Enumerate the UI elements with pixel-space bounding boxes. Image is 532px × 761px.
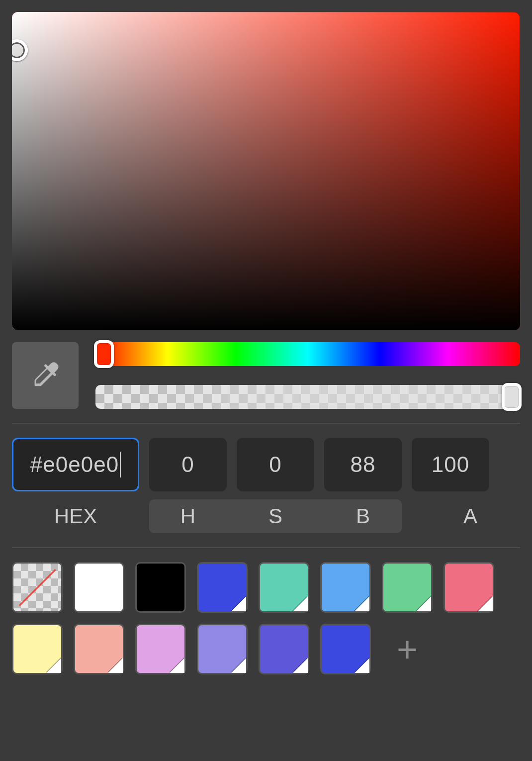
swatch-properties-icon xyxy=(46,658,61,673)
a-input-value: 100 xyxy=(432,452,469,477)
swatch-properties-icon xyxy=(355,658,369,673)
hex-label: HEX xyxy=(12,499,139,533)
a-input[interactable]: 100 xyxy=(412,438,489,491)
swatch-royal[interactable] xyxy=(320,624,371,674)
b-input-value: 88 xyxy=(351,452,376,477)
swatch-teal[interactable] xyxy=(259,562,309,613)
hue-slider[interactable] xyxy=(95,342,520,366)
swatch-sky[interactable] xyxy=(320,562,371,613)
b-label: B xyxy=(324,499,402,533)
swatch-properties-icon xyxy=(231,596,246,611)
text-caret xyxy=(120,452,121,477)
plus-icon: + xyxy=(397,631,418,667)
swatch-properties-icon xyxy=(108,658,123,673)
swatch-mauve[interactable] xyxy=(135,624,186,674)
h-input[interactable]: 0 xyxy=(149,438,227,491)
s-input[interactable]: 0 xyxy=(237,438,314,491)
swatch-lavender[interactable] xyxy=(197,624,248,674)
add-swatch-button[interactable]: + xyxy=(382,624,433,674)
s-label: S xyxy=(237,499,314,533)
saturation-brightness-field[interactable] xyxy=(12,12,520,330)
swatch-blue[interactable] xyxy=(197,562,248,613)
swatch-properties-icon xyxy=(293,596,308,611)
alpha-slider[interactable] xyxy=(95,385,520,409)
swatch-pink[interactable] xyxy=(443,562,494,613)
eyedropper-icon xyxy=(30,359,61,392)
swatch-transparent[interactable] xyxy=(12,562,63,613)
swatch-properties-icon xyxy=(416,596,431,611)
swatch-lemon[interactable] xyxy=(12,624,63,674)
swatch-properties-icon xyxy=(170,658,184,673)
h-label: H xyxy=(149,499,227,533)
color-mode-toggle[interactable]: H S B xyxy=(149,499,402,533)
a-label: A xyxy=(432,499,509,533)
hex-input[interactable]: #e0e0e0 xyxy=(12,438,139,491)
swatch-properties-icon xyxy=(231,658,246,673)
sv-black-overlay xyxy=(12,12,520,330)
swatch-white[interactable] xyxy=(74,562,124,613)
svg-line-0 xyxy=(19,570,56,606)
divider xyxy=(12,423,520,424)
divider xyxy=(12,547,520,548)
swatch-black[interactable] xyxy=(135,562,186,613)
alpha-slider-handle[interactable] xyxy=(502,383,522,411)
swatch-peach[interactable] xyxy=(74,624,124,674)
swatch-list: + xyxy=(12,562,520,674)
b-input[interactable]: 88 xyxy=(324,438,402,491)
h-input-value: 0 xyxy=(181,452,194,477)
eyedropper-button[interactable] xyxy=(12,342,79,409)
hex-input-value: #e0e0e0 xyxy=(30,452,119,477)
color-picker-panel: #e0e0e0 0 0 88 100 xyxy=(0,0,532,761)
s-input-value: 0 xyxy=(269,452,281,477)
swatch-green[interactable] xyxy=(382,562,433,613)
no-color-icon xyxy=(17,568,58,608)
swatch-properties-icon xyxy=(355,596,369,611)
swatch-properties-icon xyxy=(293,658,308,673)
swatch-properties-icon xyxy=(478,596,493,611)
swatch-indigo[interactable] xyxy=(259,624,309,674)
hue-slider-handle[interactable] xyxy=(94,340,114,368)
